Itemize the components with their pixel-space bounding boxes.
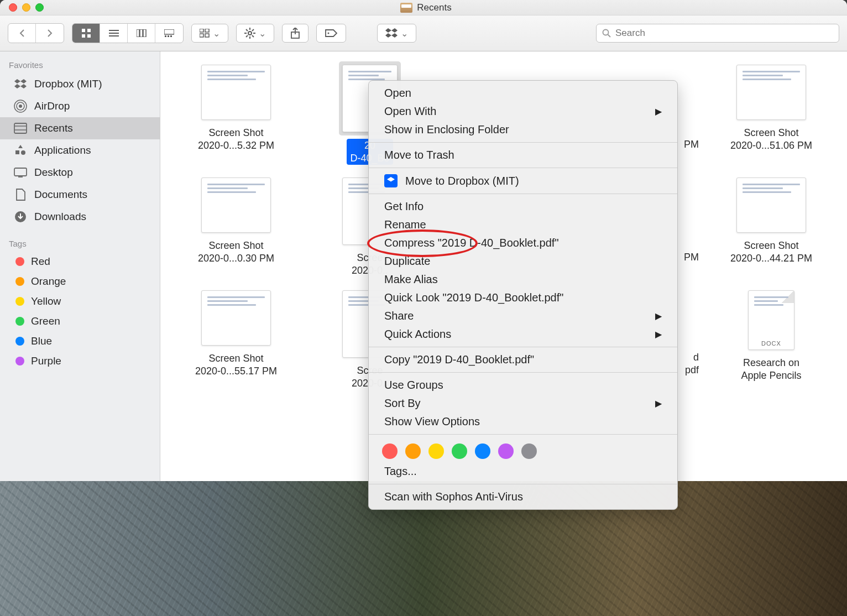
menu-item-label: Sort By — [384, 397, 421, 410]
search-input[interactable] — [615, 28, 833, 39]
menu-item-make-alias[interactable]: Make Alias — [369, 270, 677, 289]
file-item[interactable]: Screen Shot2020-0...44.21 PM — [704, 174, 838, 279]
sidebar-item-desktop[interactable]: Desktop — [0, 161, 160, 184]
forward-button[interactable] — [36, 24, 64, 43]
submenu-arrow-icon: ▶ — [655, 329, 662, 340]
file-item[interactable]: Screen Shot2020-0...51.06 PM — [704, 61, 838, 166]
tag-purple[interactable]: Purple — [0, 351, 160, 371]
sidebar-item-downloads[interactable]: Downloads — [0, 206, 160, 228]
file-label: Screen Shot2020-0...5.32 PM — [198, 127, 274, 152]
sidebar-item-label: Dropbox (MIT) — [34, 78, 102, 90]
menu-tags-row — [369, 438, 677, 462]
menu-item-label: Open With — [384, 105, 436, 118]
view-mode-group — [72, 23, 184, 43]
dropbox-icon — [384, 174, 398, 187]
menu-item-copy-2019-d-40-booklet-pdf-[interactable]: Copy "2019 D-40_Booklet.pdf" — [369, 351, 677, 369]
gallery-view-button[interactable] — [155, 24, 183, 43]
svg-rect-35 — [14, 123, 27, 133]
menu-item-label: Scan with Sophos Anti-Virus — [384, 490, 523, 503]
menu-item-label: Quick Look "2019 D-40_Booklet.pdf" — [384, 291, 563, 304]
menu-item-label: Open — [384, 87, 411, 100]
dropbox-menu-button[interactable]: ⌄ — [377, 24, 416, 43]
thumbnail-wrap — [198, 287, 274, 349]
titlebar: Recents — [0, 0, 847, 15]
menu-item-show-view-options[interactable]: Show View Options — [369, 413, 677, 431]
menu-item-move-to-trash[interactable]: Move to Trash — [369, 146, 677, 164]
tag-blue[interactable]: Blue — [0, 331, 160, 351]
sidebar-item-dropbox-mit-[interactable]: Dropbox (MIT) — [0, 73, 160, 95]
menu-item-share[interactable]: Share▶ — [369, 307, 677, 325]
group-by-button[interactable]: ⌄ — [191, 24, 228, 43]
sidebar-item-documents[interactable]: Documents — [0, 184, 160, 206]
svg-rect-1 — [87, 29, 91, 32]
tag-label: Red — [31, 255, 50, 268]
svg-point-30 — [603, 30, 609, 35]
menu-tag-color[interactable] — [475, 443, 490, 459]
documents-icon — [13, 187, 28, 202]
title-text: Recents — [417, 2, 451, 13]
sidebar: Favorites Dropbox (MIT)AirDropRecentsApp… — [0, 51, 160, 481]
menu-item-rename[interactable]: Rename — [369, 216, 677, 234]
menu-item-label: Move to Trash — [384, 149, 454, 161]
file-item[interactable]: Research onApple Pencils — [704, 287, 838, 392]
tag-green[interactable]: Green — [0, 311, 160, 331]
tag-dot-icon — [15, 337, 24, 346]
gear-icon — [244, 28, 255, 39]
menu-item-open-with[interactable]: Open With▶ — [369, 102, 677, 121]
menu-item-open[interactable]: Open — [369, 84, 677, 102]
tag-orange[interactable]: Orange — [0, 272, 160, 291]
tags-header: Tags — [0, 236, 160, 252]
svg-rect-14 — [200, 29, 203, 32]
tag-dot-icon — [15, 277, 24, 286]
file-label: Screen Shot2020-0...55.17 PM — [195, 352, 277, 377]
menu-item-quick-actions[interactable]: Quick Actions▶ — [369, 325, 677, 343]
menu-tag-color[interactable] — [428, 443, 444, 459]
tag-red[interactable]: Red — [0, 252, 160, 272]
menu-item-compress-2019-d-40-booklet-pdf[interactable]: Compress "2019 D-40_Booklet.pdf" — [369, 234, 677, 252]
icon-view-button[interactable] — [72, 24, 100, 43]
menu-tag-color[interactable] — [498, 443, 514, 459]
sidebar-item-applications[interactable]: Applications — [0, 139, 160, 161]
tag-yellow[interactable]: Yellow — [0, 291, 160, 311]
column-view-button[interactable] — [128, 24, 155, 43]
menu-tag-color[interactable] — [452, 443, 467, 459]
dropbox-icon — [13, 77, 28, 91]
sidebar-item-recents[interactable]: Recents — [0, 117, 160, 139]
tag-label: Blue — [31, 335, 52, 347]
tag-label: Purple — [31, 355, 61, 367]
menu-item-sort-by[interactable]: Sort By▶ — [369, 394, 677, 413]
list-view-button[interactable] — [100, 24, 128, 43]
menu-item-show-in-enclosing-folder[interactable]: Show in Enclosing Folder — [369, 121, 677, 139]
thumbnail — [736, 178, 806, 233]
thumbnail — [201, 290, 271, 346]
apps-icon — [13, 143, 28, 158]
file-item[interactable]: Screen Shot2020-0...0.30 PM — [169, 174, 303, 279]
sidebar-item-airdrop[interactable]: AirDrop — [0, 95, 160, 117]
svg-line-24 — [252, 35, 254, 37]
menu-tag-color[interactable] — [521, 443, 537, 459]
menu-tag-color[interactable] — [382, 443, 398, 459]
menu-item-tags[interactable]: Tags... — [369, 462, 677, 481]
file-item[interactable]: Screen Shot2020-0...5.32 PM — [169, 61, 303, 166]
back-button[interactable] — [8, 24, 36, 43]
menu-tag-color[interactable] — [405, 443, 421, 459]
downloads-icon — [13, 210, 28, 224]
share-button[interactable] — [282, 24, 309, 43]
thumbnail — [201, 65, 271, 120]
menu-item-use-groups[interactable]: Use Groups — [369, 376, 677, 394]
chevron-down-icon: ⌄ — [259, 28, 266, 39]
menu-item-quick-look-2019-d-40-booklet-p[interactable]: Quick Look "2019 D-40_Booklet.pdf" — [369, 289, 677, 307]
menu-item-label: Show View Options — [384, 415, 480, 428]
menu-item-move-to-dropbox-mit-[interactable]: Move to Dropbox (MIT) — [369, 171, 677, 190]
search-field[interactable] — [596, 24, 839, 43]
action-menu-button[interactable]: ⌄ — [236, 24, 274, 43]
file-item[interactable]: Screen Shot2020-0...55.17 PM — [169, 287, 303, 392]
menu-item-scan[interactable]: Scan with Sophos Anti-Virus — [369, 488, 677, 506]
dropbox-icon — [385, 28, 398, 38]
menu-item-get-info[interactable]: Get Info — [369, 197, 677, 216]
svg-point-29 — [328, 33, 330, 34]
svg-rect-16 — [200, 34, 203, 37]
tags-button[interactable] — [316, 24, 346, 43]
svg-line-25 — [246, 35, 248, 37]
menu-item-duplicate[interactable]: Duplicate — [369, 252, 677, 270]
